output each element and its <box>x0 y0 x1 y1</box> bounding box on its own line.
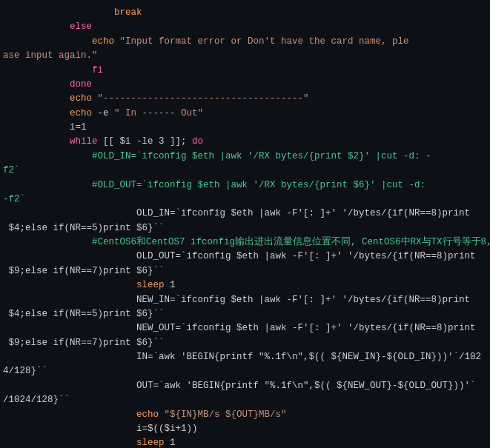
code-line: echo "----------------------------------… <box>0 92 490 106</box>
code-line: break <box>0 6 490 20</box>
code-line: else <box>0 20 490 34</box>
code-line: $4;else if(NR==5)print $6}`` <box>0 307 490 321</box>
code-line: while [[ $i -le 3 ]]; do <box>0 135 490 149</box>
code-line: #OLD_IN=`ifconfig $eth |awk '/RX bytes/{… <box>0 150 490 164</box>
code-line: $9;else if(NR==7)print $6}`` <box>0 264 490 278</box>
code-editor: break else echo "Input format error or D… <box>0 0 490 448</box>
code-line: -f2` <box>0 193 490 207</box>
code-line: NEW_IN=`ifconfig $eth |awk -F'[: ]+' '/b… <box>0 293 490 307</box>
code-line: done <box>0 78 490 92</box>
code-line: echo -e " In ------ Out" <box>0 107 490 121</box>
code-line: f2` <box>0 164 490 178</box>
code-line: NEW_OUT=`ifconfig $eth |awk -F'[: ]+' '/… <box>0 321 490 335</box>
code-line: sleep 1 <box>0 278 490 292</box>
code-line: 4/128}`` <box>0 364 490 378</box>
code-line: IN=`awk 'BEGIN{printf "%.1f\n",$(( ${NEW… <box>0 350 490 364</box>
code-line: i=$(($i+1)) <box>0 422 490 436</box>
code-line: /1024/128}`` <box>0 393 490 407</box>
code-line: i=1 <box>0 121 490 135</box>
code-line: OUT=`awk 'BEGIN{printf "%.1f\n",$(( ${NE… <box>0 379 490 393</box>
code-line: $4;else if(NR==5)print $6}`` <box>0 221 490 235</box>
code-line: ase input again." <box>0 49 490 63</box>
code-line: echo "${IN}MB/s ${OUT}MB/s" <box>0 408 490 422</box>
code-line: sleep 1 <box>0 436 490 448</box>
code-line: $9;else if(NR==7)print $6}`` <box>0 336 490 350</box>
code-line: fi <box>0 64 490 78</box>
code-line: OLD_OUT=`ifconfig $eth |awk -F'[: ]+' '/… <box>0 250 490 264</box>
code-line: #CentOS6和CentOS7 ifconfig输出进出流量信息位置不同, C… <box>0 235 490 250</box>
code-line: #OLD_OUT=`ifconfig $eth |awk '/RX bytes/… <box>0 178 490 193</box>
code-content: break else echo "Input format error or D… <box>0 6 490 448</box>
code-line: OLD_IN=`ifconfig $eth |awk -F'[: ]+' '/b… <box>0 207 490 221</box>
code-line: echo "Input format error or Don't have t… <box>0 35 490 49</box>
